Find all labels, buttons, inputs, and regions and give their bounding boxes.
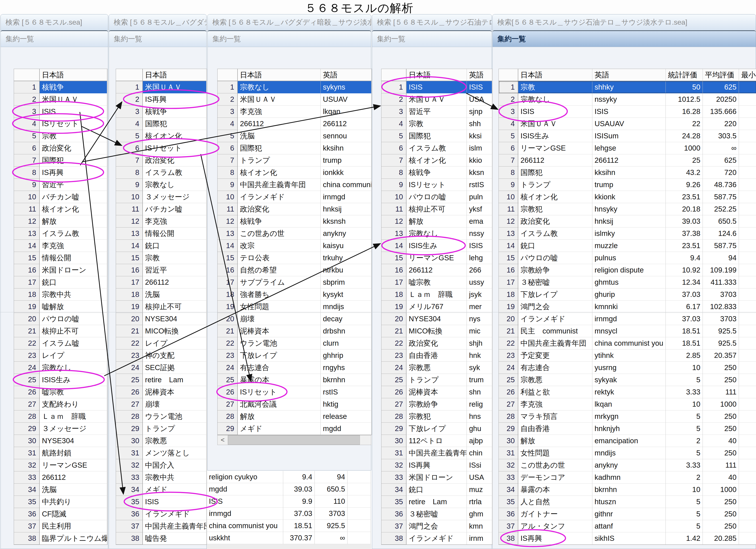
table-row[interactable]: 10パウロの嘘puln (381, 191, 492, 203)
data-cell[interactable]: trump (321, 154, 371, 167)
data-cell[interactable]: 政治変化 (238, 203, 321, 215)
table-row[interactable]: 1宗教なしsykyns (218, 81, 372, 93)
data-cell[interactable]: kksihn (321, 142, 371, 154)
table-row[interactable]: 10３メッセージ (116, 191, 207, 203)
data-cell[interactable]: 5 (666, 508, 703, 520)
data-cell[interactable]: 有志連合 (238, 362, 321, 374)
data-cell[interactable]: ISリセット (143, 142, 206, 154)
data-cell[interactable]: 303.5 (703, 130, 739, 142)
data-cell[interactable]: ISIS (406, 81, 467, 93)
data-cell[interactable]: 習近平 (143, 264, 206, 276)
data-cell[interactable]: release (321, 410, 371, 423)
data-cell[interactable]: kksi (467, 130, 492, 142)
data-cell[interactable]: 37.03 (666, 288, 703, 301)
data-cell[interactable]: nssy (467, 227, 492, 240)
table-row[interactable]: 36３秘密嘘ghm (381, 508, 492, 520)
table-row[interactable]: 32この世あの世anykny3.33111 (499, 459, 756, 471)
data-cell[interactable]: 18.51 (666, 325, 703, 337)
data-cell[interactable]: rstIS (467, 179, 492, 191)
data-cell[interactable]: 米国ＵＡＶ (406, 93, 467, 106)
table-row[interactable]: 24有志連合rngyhs (218, 362, 372, 374)
table-row[interactable]: 7トランプtrump (218, 154, 372, 167)
data-cell[interactable]: 720 (703, 167, 739, 179)
data-cell[interactable]: trkuhy (321, 252, 371, 264)
table-row[interactable]: 21泥棒資本drbshn (218, 325, 372, 337)
data-cell[interactable]: pulnus (592, 252, 666, 264)
data-cell[interactable]: 250 (703, 362, 739, 374)
table-row[interactable]: 10イランメギドirnmgd (218, 191, 372, 203)
table-row[interactable]: 2米国ＵＡＶUSUAV (218, 93, 372, 106)
data-cell[interactable] (348, 483, 371, 495)
data-cell[interactable]: ytihnk (592, 349, 666, 362)
data-cell[interactable]: mer (467, 301, 492, 313)
table-row[interactable]: 26利益と欲rektyk3.33111 (499, 386, 756, 398)
table-row[interactable]: 9中国共産主義青年団china communist (218, 179, 372, 191)
data-cell[interactable]: 250 (703, 520, 739, 532)
data-cell[interactable]: ghhrip (321, 349, 371, 362)
table-row[interactable]: 34メギド (116, 484, 207, 496)
data-cell[interactable]: イランメギド (143, 508, 206, 520)
table-row[interactable]: 29自由香港hnknjyh5250 (499, 423, 756, 435)
table-row[interactable]: 38臨界プルトニウム爆弾 (14, 532, 107, 545)
data-cell[interactable]: 220 (703, 118, 739, 130)
table-row[interactable]: 24SEC証拠 (116, 362, 207, 374)
data-cell[interactable]: 銃口 (406, 484, 467, 496)
data-cell[interactable] (739, 203, 756, 215)
table-row[interactable]: 35ISIS (116, 496, 207, 508)
data-cell[interactable]: 宗教 (518, 81, 592, 93)
column-header[interactable]: 英語 (592, 69, 666, 81)
data-cell[interactable]: 266112 (143, 276, 206, 288)
data-cell[interactable]: china communist you (592, 337, 666, 349)
data-cell[interactable]: 650.5 (315, 483, 348, 495)
table-row[interactable]: 13イスラム教islmky37.38124.6 (499, 227, 756, 240)
data-cell[interactable]: kaisyu (321, 240, 371, 252)
data-cell[interactable]: 252.25 (703, 203, 739, 215)
data-cell[interactable]: 411.333 (703, 276, 739, 288)
data-cell[interactable]: 6.17 (666, 301, 703, 313)
table-row[interactable]: 25暴露の本bkrnhn (218, 374, 372, 386)
table-row[interactable]: 8核イオン化ionkkk (218, 167, 372, 179)
data-cell[interactable]: 102.833 (703, 301, 739, 313)
data-cell[interactable] (739, 276, 756, 288)
table-row[interactable]: 37アル・タンフattanf5250 (499, 520, 756, 532)
table-row[interactable]: 31女性問題mndijs5250 (499, 447, 756, 459)
data-cell[interactable]: 10 (666, 484, 703, 496)
table-row[interactable]: 36ガイトナーgithnr5250 (499, 508, 756, 520)
table-row[interactable]: 11核抑止不可yksf (381, 203, 492, 215)
data-cell[interactable]: 50 (666, 81, 703, 93)
table-row[interactable]: 15リーマンGSElehg (381, 252, 492, 264)
table-row[interactable]: 3習近平sjnp (381, 106, 492, 118)
data-cell[interactable]: trum (467, 374, 492, 386)
data-cell[interactable]: ionkkk (321, 167, 371, 179)
table-row[interactable]: 15テロ公表trkuhy (218, 252, 372, 264)
table-row[interactable]: 7政治変化 (116, 154, 207, 167)
table-row[interactable]: 1米国ＵＡＶ (116, 81, 207, 93)
data-cell[interactable]: バチカン嘘 (40, 191, 107, 203)
table-row[interactable]: 35retire Lamrtrla (381, 496, 492, 508)
data-cell[interactable]: 587.75 (703, 240, 739, 252)
data-cell[interactable]: irnmgd (592, 313, 666, 325)
data-cell[interactable]: hnksij (321, 203, 371, 215)
table-row[interactable]: 1核戦争 (14, 81, 107, 93)
table-row[interactable]: 16自然の希望ntrkbu (218, 264, 372, 276)
data-cell[interactable]: 9.26 (666, 179, 703, 191)
table-row[interactable]: 18Ｌａｍ 辞職jsyk (381, 288, 492, 301)
table-row[interactable]: 31航路封鎖 (14, 447, 107, 459)
data-cell[interactable]: muzzle (592, 240, 666, 252)
data-cell[interactable]: bkrnhn (321, 374, 371, 386)
data-cell[interactable]: 暴露の本 (238, 374, 321, 386)
data-cell[interactable]: ISリセット (40, 118, 107, 130)
table-row[interactable]: 23レイプ (14, 349, 107, 362)
data-cell[interactable]: リーマンGSE (40, 459, 107, 471)
data-cell[interactable]: 23.51 (666, 240, 703, 252)
data-cell[interactable] (739, 410, 756, 423)
data-cell[interactable]: 自然の希望 (238, 264, 321, 276)
table-row[interactable]: 1ISISISIS (381, 81, 492, 93)
table-row[interactable]: 23下放レイプghhrip (218, 349, 372, 362)
data-cell[interactable]: 女性問題 (238, 301, 321, 313)
data-cell[interactable]: 2.85 (666, 349, 703, 362)
data-cell[interactable] (739, 435, 756, 447)
table-row[interactable]: 26嘘宗教 (14, 386, 107, 398)
data-cell[interactable]: 20.357 (703, 349, 739, 362)
data-cell[interactable]: hnsyky (592, 203, 666, 215)
